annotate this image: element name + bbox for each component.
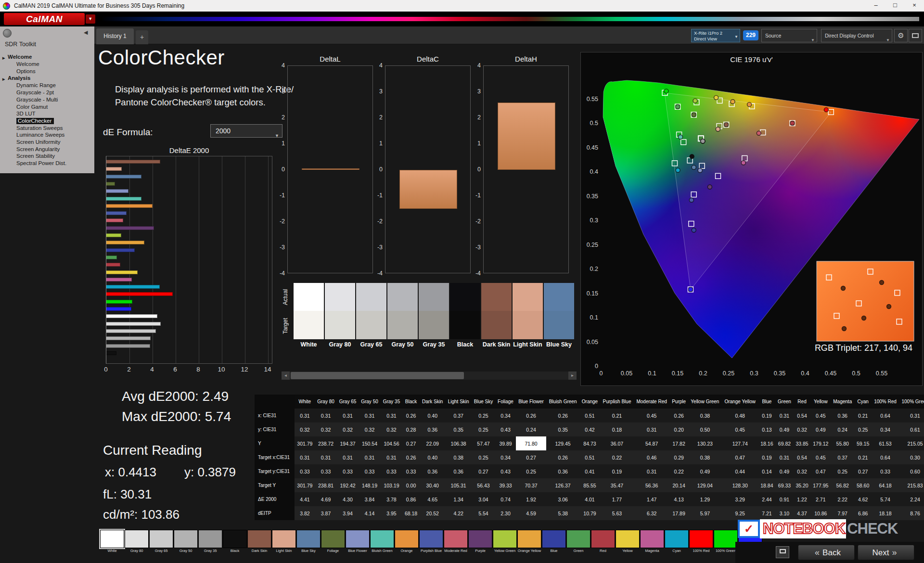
table-cell[interactable]: 0.37	[831, 450, 854, 464]
table-cell[interactable]: 0.31	[315, 450, 336, 464]
table-cell[interactable]: 0.38	[688, 409, 722, 422]
patch-yellow-green[interactable]: Yellow Green	[493, 530, 517, 553]
table-cell[interactable]: 0.26	[402, 450, 420, 464]
patch-moderate-red[interactable]: Moderate Red	[444, 530, 468, 553]
table-cell[interactable]: 0.32	[337, 422, 359, 436]
table-cell[interactable]: 5.97	[688, 506, 722, 520]
patch-100-green[interactable]: 100% Green	[714, 530, 738, 553]
patch-blue[interactable]: Blue	[542, 530, 566, 553]
table-cell[interactable]: 1.47	[634, 492, 669, 506]
table-cell[interactable]: 4.41	[295, 492, 315, 506]
table-cell[interactable]: 0.31	[381, 409, 402, 422]
table-cell[interactable]: 1.92	[516, 492, 546, 506]
sidebar-item-screen-uniformity[interactable]: Screen Uniformity	[0, 139, 94, 146]
table-cell[interactable]: 105.31	[446, 478, 472, 492]
table-cell[interactable]: 0.35	[546, 422, 579, 436]
table-cell[interactable]: 56.36	[634, 478, 669, 492]
patch-100-red[interactable]: 100% Red	[689, 530, 713, 553]
table-cell[interactable]: 0.31	[381, 450, 402, 464]
table-cell[interactable]: 0.54	[794, 450, 811, 464]
patch-blue-sky[interactable]: Blue Sky	[296, 530, 321, 553]
add-tab-button[interactable]: +	[136, 30, 148, 44]
table-cell[interactable]: 17.82	[669, 436, 688, 450]
table-cell[interactable]: 130.23	[688, 436, 722, 450]
table-cell[interactable]: 0.26	[669, 409, 688, 422]
table-cell[interactable]: 0.37	[446, 409, 472, 422]
table-cell[interactable]: 129.04	[688, 478, 722, 492]
patch-bluish-green[interactable]: Bluish Green	[370, 530, 394, 553]
table-cell[interactable]: 1.22	[794, 492, 811, 506]
patch-purplish-blue[interactable]: Purplish Blue	[419, 530, 443, 553]
table-cell[interactable]: 0.34	[495, 409, 516, 422]
table-cell[interactable]: 5.38	[546, 506, 579, 520]
table-cell[interactable]: 35.47	[600, 478, 634, 492]
table-cell[interactable]: 39.33	[495, 478, 516, 492]
table-cell[interactable]: 3.87	[315, 506, 336, 520]
table-cell[interactable]: 0.38	[446, 450, 472, 464]
table-cell[interactable]: 0.46	[634, 450, 669, 464]
table-cell[interactable]: 301.79	[295, 478, 315, 492]
table-cell[interactable]: 0.36	[446, 464, 472, 478]
patch-gray-80[interactable]: Gray 80	[125, 530, 149, 553]
patch-white[interactable]: White	[100, 530, 124, 553]
table-cell[interactable]: 0.27	[854, 464, 872, 478]
table-cell[interactable]: 0.51	[579, 450, 600, 464]
back-button[interactable]: «Back	[798, 545, 855, 560]
display-control-dropdown[interactable]: Direct Display Control ▼	[821, 29, 892, 42]
table-cell[interactable]: 30.40	[420, 478, 446, 492]
table-cell[interactable]: 3.94	[337, 506, 359, 520]
table-cell[interactable]: 0.48	[722, 409, 758, 422]
table-cell[interactable]: 0.33	[315, 464, 336, 478]
table-cell[interactable]: 0.33	[295, 464, 315, 478]
table-cell[interactable]: 0.91	[775, 492, 793, 506]
table-cell[interactable]: 192.42	[337, 478, 359, 492]
sidebar-item-luminance-sweeps[interactable]: Luminance Sweeps	[0, 131, 94, 139]
table-cell[interactable]: 0.33	[337, 464, 359, 478]
sidebar-section-analysis[interactable]: ▶Analysis	[0, 75, 94, 82]
table-cell[interactable]: 3.95	[381, 506, 402, 520]
table-cell[interactable]: 0.61	[899, 422, 924, 436]
table-cell[interactable]: 57.47	[472, 436, 496, 450]
table-cell[interactable]: 0.27	[402, 436, 420, 450]
table-cell[interactable]: 0.25	[472, 409, 496, 422]
table-cell[interactable]: 0.47	[722, 450, 758, 464]
table-cell[interactable]: 0.25	[472, 450, 496, 464]
source-dropdown[interactable]: Source ▼	[761, 29, 817, 42]
compare-patch-gray-50[interactable]: Gray 50	[387, 283, 418, 350]
table-cell[interactable]: 126.37	[546, 478, 579, 492]
table-cell[interactable]: 20.14	[669, 478, 688, 492]
sidebar-item-grayscale-2pt[interactable]: Grayscale - 2pt	[0, 89, 94, 96]
table-cell[interactable]: 0.24	[516, 422, 546, 436]
table-cell[interactable]: 0.32	[794, 464, 811, 478]
patch-foliage[interactable]: Foliage	[321, 530, 345, 553]
table-cell[interactable]: 0.25	[854, 422, 872, 436]
table-cell[interactable]: 0.34	[495, 450, 516, 464]
table-cell[interactable]: 150.54	[359, 436, 380, 450]
table-cell[interactable]: 4.01	[579, 492, 600, 506]
table-cell[interactable]: 6.32	[634, 506, 669, 520]
patch-gray-50[interactable]: Gray 50	[174, 530, 198, 553]
table-cell[interactable]: 0.47	[810, 464, 831, 478]
table-cell[interactable]: 0.24	[831, 422, 854, 436]
table-cell[interactable]: 0.33	[381, 464, 402, 478]
table-cell[interactable]: 4.59	[516, 506, 546, 520]
table-cell[interactable]: 17.89	[669, 506, 688, 520]
table-cell[interactable]: 54.87	[634, 436, 669, 450]
patch-purple[interactable]: Purple	[468, 530, 492, 553]
table-cell[interactable]: 69.82	[775, 436, 793, 450]
patch-green[interactable]: Green	[566, 530, 590, 553]
table-cell[interactable]: 0.31	[337, 450, 359, 464]
table-cell[interactable]: 0.30	[899, 450, 924, 464]
table-cell[interactable]: 177.95	[810, 478, 831, 492]
table-cell[interactable]: 0.21	[854, 409, 872, 422]
table-cell[interactable]: 106.38	[446, 436, 472, 450]
table-cell[interactable]: 0.34	[872, 422, 899, 436]
sidebar-item-3d-lut[interactable]: 3D LUT	[0, 110, 94, 117]
sidebar-item-spectral-power-dist[interactable]: Spectral Power Dist.	[0, 160, 94, 167]
table-cell[interactable]: 0.14	[758, 464, 776, 478]
table-cell[interactable]: 0.40	[420, 409, 446, 422]
table-cell[interactable]: 0.45	[722, 422, 758, 436]
table-cell[interactable]: 56.82	[831, 478, 854, 492]
table-cell[interactable]: 194.37	[337, 436, 359, 450]
table-cell[interactable]: 56.43	[472, 478, 496, 492]
